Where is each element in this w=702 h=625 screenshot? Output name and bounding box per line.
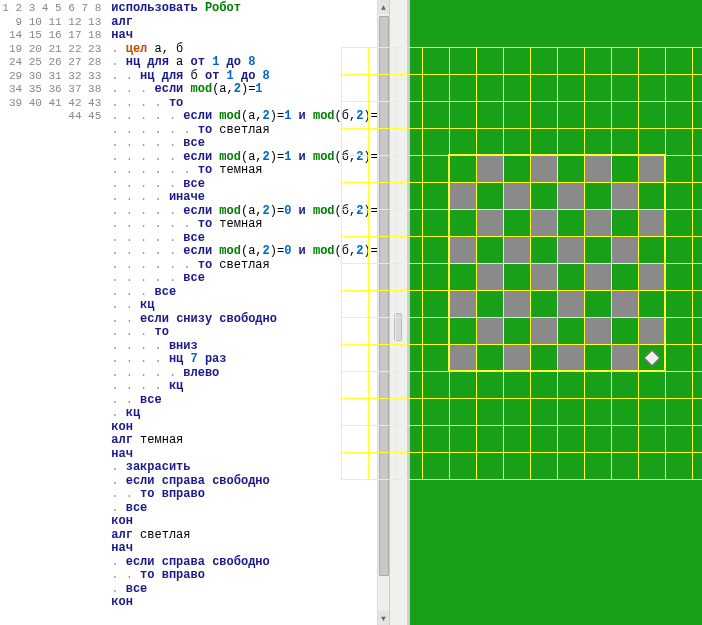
scroll-thumb[interactable] bbox=[379, 16, 389, 576]
robot-field-pane[interactable] bbox=[408, 0, 702, 625]
code-content[interactable]: использовать Роботалгнач. цел а, б. нц д… bbox=[107, 0, 389, 612]
grid-line bbox=[341, 452, 702, 453]
grid-line bbox=[692, 47, 693, 479]
line-number-gutter: 1 2 3 4 5 6 7 8 9 10 11 12 13 14 15 16 1… bbox=[0, 0, 107, 612]
scroll-up-button[interactable]: ▲ bbox=[378, 0, 389, 14]
scroll-down-button[interactable]: ▼ bbox=[378, 611, 389, 625]
grid-line bbox=[341, 479, 702, 480]
board-border bbox=[448, 154, 666, 372]
code-editor-pane[interactable]: 1 2 3 4 5 6 7 8 9 10 11 12 13 14 15 16 1… bbox=[0, 0, 390, 625]
grid-line bbox=[341, 101, 702, 102]
grid-line bbox=[341, 398, 702, 399]
grid-line bbox=[341, 128, 702, 129]
pane-divider[interactable] bbox=[390, 0, 408, 625]
grid-line bbox=[341, 425, 702, 426]
editor-scrollbar[interactable]: ▲ ▼ bbox=[377, 0, 389, 625]
